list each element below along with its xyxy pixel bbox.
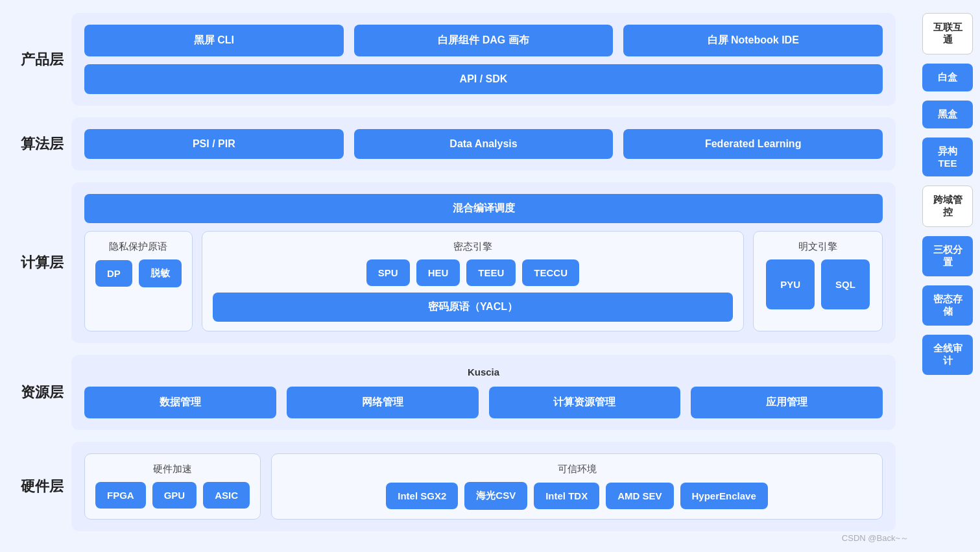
sidebar-btn-mitai-storage[interactable]: 密态存储: [922, 285, 973, 326]
btn-baiping-dag[interactable]: 白屏组件 DAG 画布: [354, 25, 614, 56]
resource-layer-row: 资源层 Kuscia 数据管理 网络管理 计算资源管理 应用管理: [13, 355, 896, 430]
sidebar-btn-sanquan[interactable]: 三权分置: [922, 236, 973, 276]
hw-accel-btn-row: FPGA GPU ASIC: [95, 482, 250, 509]
btn-teeu[interactable]: TEEU: [466, 259, 516, 286]
btn-tuomin[interactable]: 脱敏: [139, 259, 182, 287]
btn-sql[interactable]: SQL: [821, 259, 870, 309]
btn-gpu[interactable]: GPU: [152, 482, 197, 509]
trusted-env-label: 可信环境: [558, 463, 597, 475]
sidebar-btn-baihe[interactable]: 白盒: [922, 64, 973, 91]
btn-psi-pir[interactable]: PSI / PIR: [84, 129, 344, 159]
plaintext-label: 明文引擎: [798, 241, 837, 253]
resource-btn-row: 数据管理 网络管理 计算资源管理 应用管理: [84, 387, 883, 418]
resource-layer-label: 资源层: [13, 383, 71, 402]
sidebar-btn-quanxian-audit[interactable]: 全线审计: [922, 335, 973, 375]
btn-amd-sev[interactable]: AMD SEV: [606, 483, 673, 509]
sidebar-btn-hulianhutong[interactable]: 互联互通: [922, 13, 973, 54]
btn-data-analysis[interactable]: Data Analysis: [354, 129, 614, 159]
btn-intel-sgx2[interactable]: Intel SGX2: [386, 483, 458, 509]
privacy-label: 隐私保护原语: [109, 241, 167, 253]
btn-dp[interactable]: DP: [95, 260, 132, 287]
plaintext-btn-row: PYU SQL: [766, 259, 870, 309]
cipher-label: 密态引擎: [453, 241, 492, 253]
right-sidebar: 互联互通 白盒 黑盒 异构 TEE 跨域管控 三权分置 密态存储 全线审计: [915, 0, 980, 552]
btn-intel-tdx[interactable]: Intel TDX: [534, 483, 599, 509]
crypto-bar: 密码原语（YACL）: [213, 293, 733, 322]
btn-federated-learning[interactable]: Federated Learning: [623, 129, 883, 159]
schedule-bar: 混合编译调度: [84, 194, 883, 223]
hardware-layer-label: 硬件层: [13, 477, 71, 496]
algo-btn-row: PSI / PIR Data Analysis Federated Learni…: [84, 129, 883, 159]
privacy-btn-row: DP 脱敏: [95, 259, 182, 287]
hardware-layer-box: 硬件加速 FPGA GPU ASIC 可信环境 Intel SGX2 海光CSV…: [71, 442, 896, 531]
cipher-box: 密态引擎 SPU HEU TEEU TECCU 密码原语（YACL）: [202, 231, 744, 331]
algo-layer-label: 算法层: [13, 134, 71, 154]
compute-layer-row: 计算层 混合编译调度 隐私保护原语 DP 脱敏 密态引擎 SPU HEU: [13, 182, 896, 343]
btn-api-sdk[interactable]: API / SDK: [84, 64, 883, 94]
kuscia-label: Kuscia: [84, 366, 883, 378]
btn-network-mgmt[interactable]: 网络管理: [287, 387, 479, 418]
privacy-box: 隐私保护原语 DP 脱敏: [84, 231, 193, 331]
btn-hyperenclave[interactable]: HyperEnclave: [680, 483, 768, 509]
btn-haiguang-csv[interactable]: 海光CSV: [464, 482, 527, 510]
btn-compute-resource-mgmt[interactable]: 计算资源管理: [489, 387, 681, 418]
product-layer-box: 黑屏 CLI 白屏组件 DAG 画布 白屏 Notebook IDE API /…: [71, 13, 896, 106]
btn-pyu[interactable]: PYU: [766, 259, 815, 309]
btn-teccu[interactable]: TECCU: [522, 259, 579, 286]
btn-fpga[interactable]: FPGA: [95, 482, 146, 509]
sidebar-btn-heihe[interactable]: 黑盒: [922, 101, 973, 128]
compute-inner: 隐私保护原语 DP 脱敏 密态引擎 SPU HEU TEEU TECCU: [84, 231, 883, 331]
sidebar-btn-kuayu[interactable]: 跨域管控: [922, 186, 973, 227]
algo-layer-row: 算法层 PSI / PIR Data Analysis Federated Le…: [13, 117, 896, 171]
btn-heipingcli[interactable]: 黑屏 CLI: [84, 25, 344, 56]
product-layer-label: 产品层: [13, 50, 71, 69]
compute-layer-box: 混合编译调度 隐私保护原语 DP 脱敏 密态引擎 SPU HEU TE: [71, 182, 896, 343]
algo-layer-box: PSI / PIR Data Analysis Federated Learni…: [71, 117, 896, 171]
btn-asic[interactable]: ASIC: [203, 482, 250, 509]
btn-app-mgmt[interactable]: 应用管理: [691, 387, 883, 418]
btn-data-mgmt[interactable]: 数据管理: [84, 387, 276, 418]
plaintext-box: 明文引擎 PYU SQL: [753, 231, 883, 331]
hw-accel-box: 硬件加速 FPGA GPU ASIC: [84, 453, 261, 520]
cipher-btn-row: SPU HEU TEEU TECCU: [366, 259, 579, 286]
resource-layer-box: Kuscia 数据管理 网络管理 计算资源管理 应用管理: [71, 355, 896, 430]
sidebar-btn-yigou-tee[interactable]: 异构 TEE: [922, 138, 973, 176]
watermark: CSDN @Back~～: [842, 533, 909, 544]
product-btn-row1: 黑屏 CLI 白屏组件 DAG 画布 白屏 Notebook IDE: [84, 25, 883, 56]
btn-baiping-notebook[interactable]: 白屏 Notebook IDE: [623, 25, 883, 56]
compute-layer-label: 计算层: [13, 253, 71, 272]
product-layer-row: 产品层 黑屏 CLI 白屏组件 DAG 画布 白屏 Notebook IDE A…: [13, 13, 896, 106]
hardware-layer-row: 硬件层 硬件加速 FPGA GPU ASIC 可信环境 Intel SGX2: [13, 442, 896, 531]
hw-inner: 硬件加速 FPGA GPU ASIC 可信环境 Intel SGX2 海光CSV…: [84, 453, 883, 520]
trusted-btn-row: Intel SGX2 海光CSV Intel TDX AMD SEV Hyper…: [386, 482, 767, 510]
trusted-env-box: 可信环境 Intel SGX2 海光CSV Intel TDX AMD SEV …: [271, 453, 883, 520]
main-content: 产品层 黑屏 CLI 白屏组件 DAG 画布 白屏 Notebook IDE A…: [0, 0, 915, 552]
btn-heu[interactable]: HEU: [416, 259, 460, 286]
hw-accel-label: 硬件加速: [153, 463, 192, 475]
btn-spu[interactable]: SPU: [366, 259, 410, 286]
